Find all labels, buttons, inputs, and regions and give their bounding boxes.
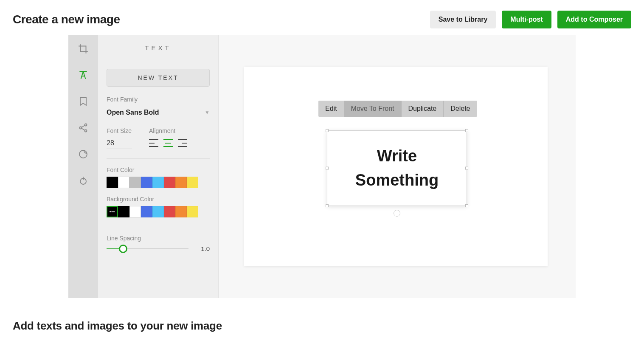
svg-point-1 [80,127,82,129]
svg-point-0 [85,124,87,126]
slider-thumb[interactable] [119,245,127,253]
font-size-label: Font Size [107,127,132,134]
crop-icon[interactable] [77,42,90,55]
sticker-icon[interactable] [77,148,90,161]
header-actions: Save to Library Multi-post Add to Compos… [430,11,631,28]
background-color-swatch[interactable] [118,206,129,217]
font-color-swatch[interactable] [141,177,152,188]
divider [107,227,210,227]
font-color-swatch[interactable] [129,177,141,188]
page-title: Create a new image [13,13,120,26]
add-to-composer-button[interactable]: Add to Composer [557,11,631,28]
resize-handle-ml[interactable] [326,167,329,170]
font-color-swatch[interactable] [187,177,198,188]
line-spacing-value[interactable] [194,245,210,252]
svg-point-2 [85,130,87,132]
text-panel: TEXT NEW TEXT Font Family Open Sans Bold… [98,35,219,298]
background-color-swatches: ••• [107,206,210,217]
background-color-swatch[interactable] [164,206,175,217]
font-family-value: Open Sans Bold [107,109,159,116]
panel-title: TEXT [98,35,218,61]
section-heading: Add texts and images to your new image [0,298,644,337]
resize-handle-tr[interactable] [465,129,468,132]
editor: TEXT NEW TEXT Font Family Open Sans Bold… [68,35,576,298]
background-color-swatch[interactable]: ••• [107,206,118,217]
font-color-swatch[interactable] [175,177,187,188]
resize-handle-tl[interactable] [326,129,329,132]
align-left-button[interactable] [149,139,158,147]
edit-button[interactable]: Edit [318,101,344,117]
resize-handle-br[interactable] [465,204,468,207]
font-color-swatch[interactable] [118,177,129,188]
align-center-button[interactable] [163,139,173,147]
font-color-swatches [107,177,210,188]
duplicate-button[interactable]: Duplicate [402,101,444,117]
bookmark-icon[interactable] [77,95,90,108]
background-color-swatch[interactable] [152,206,164,217]
background-color-swatch[interactable] [187,206,198,217]
line-spacing-label: Line Spacing [107,235,210,242]
context-toolbar: Edit Move To Front Duplicate Delete [318,101,477,117]
resize-handle-bl[interactable] [326,204,329,207]
font-family-label: Font Family [107,96,210,103]
text-element[interactable]: WriteSomething [327,130,467,206]
divider [107,158,210,159]
font-color-swatch[interactable] [107,177,118,188]
line-spacing-slider[interactable] [107,248,188,249]
rotate-handle[interactable] [394,210,400,217]
text-element-content: WriteSomething [355,144,439,192]
share-icon[interactable] [77,121,90,134]
align-right-button[interactable] [178,139,187,147]
background-color-swatch[interactable] [141,206,152,217]
power-icon[interactable] [77,174,90,187]
svg-point-3 [79,150,87,158]
font-color-swatch[interactable] [152,177,164,188]
font-color-label: Font Color [107,166,210,173]
background-color-swatch[interactable] [129,206,141,217]
move-to-front-button[interactable]: Move To Front [344,101,402,117]
text-tool-icon[interactable] [77,69,90,82]
background-color-label: Background Color [107,196,210,203]
resize-handle-mr[interactable] [465,167,468,170]
tool-sidebar [68,35,98,298]
multi-post-button[interactable]: Multi-post [502,11,551,28]
canvas-area[interactable]: Edit Move To Front Duplicate Delete Writ… [219,35,576,298]
font-size-input[interactable] [107,138,132,149]
delete-button[interactable]: Delete [444,101,477,117]
font-family-select[interactable]: Open Sans Bold ▼ [107,106,210,121]
new-text-button[interactable]: NEW TEXT [107,69,210,87]
background-color-swatch[interactable] [175,206,187,217]
save-to-library-button[interactable]: Save to Library [430,11,496,28]
font-color-swatch[interactable] [164,177,175,188]
chevron-down-icon: ▼ [205,110,210,116]
alignment-label: Alignment [149,127,187,134]
